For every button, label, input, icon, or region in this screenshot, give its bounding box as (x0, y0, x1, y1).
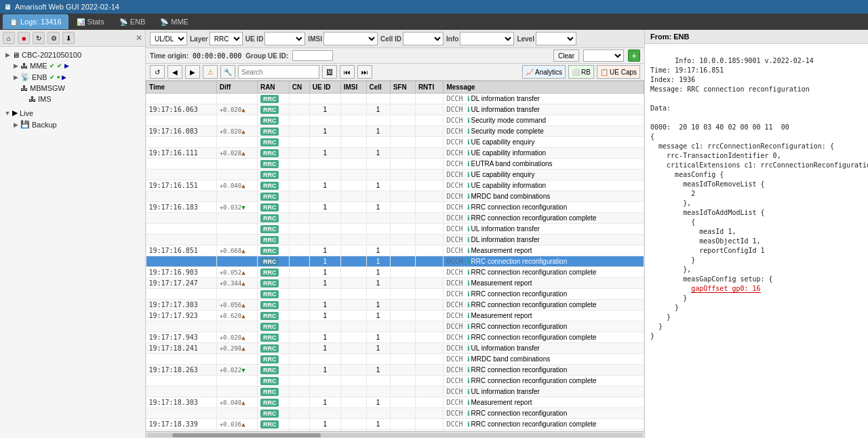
warn-btn[interactable]: ⚠ (203, 65, 218, 79)
table-row[interactable]: RRCDCCH ℹUL information transfer (146, 224, 644, 235)
table-row[interactable]: RRCDCCH ℹMRDC band combinations (146, 354, 644, 365)
sidebar-btn-download[interactable]: ⬇ (62, 32, 75, 44)
clear-dropdown[interactable] (583, 49, 624, 62)
log-table-container[interactable]: Time Diff RAN CN UE ID IMSI Cell SFN RNT… (146, 81, 644, 431)
uecaps-btn[interactable]: 📋 UE Caps (597, 65, 640, 79)
table-row[interactable]: 19:17:18.339+0.036▲RRC11DCCH ℹRRC connec… (146, 419, 644, 430)
cell-message: DCCH ℹRRC connection reconfiguration com… (443, 300, 644, 311)
col-header-ran[interactable]: RAN (257, 81, 289, 94)
table-row[interactable]: 19:17:16.083+0.020▲RRC11DCCH ℹSecurity m… (146, 126, 644, 137)
table-row[interactable]: RRCDCCH ℹUE capability enquiry (146, 170, 644, 180)
tab-mme[interactable]: 📡 MME (153, 14, 195, 29)
table-row[interactable]: 19:17:17.303+0.056▲RRC11DCCH ℹRRC connec… (146, 300, 644, 311)
table-row[interactable]: 19:17:16.151+0.040▲RRC11DCCH ℹUE capabil… (146, 180, 644, 191)
horizontal-scrollbar[interactable] (146, 431, 644, 438)
cell-ueid: 1 (309, 365, 340, 376)
cell-time (146, 191, 217, 202)
table-row[interactable]: RRCDCCH ℹEUTRA band combinations (146, 159, 644, 170)
cell-imsi (340, 104, 366, 115)
next-btn[interactable]: ▶ (185, 65, 200, 79)
sidebar-btn-stop[interactable]: ■ (18, 32, 30, 44)
imsi-select[interactable] (323, 32, 378, 45)
prev-btn[interactable]: ◀ (167, 65, 182, 79)
cell-diff: +0.040▲ (216, 397, 257, 408)
tree-enb[interactable]: ▶ 📡 ENB ✔ ● ▶ (0, 71, 145, 83)
message-text: UL information transfer (471, 344, 540, 352)
table-row[interactable]: RRCDCCH ℹRRC connection reconfiguration (146, 408, 644, 419)
col-header-message[interactable]: Message (443, 81, 644, 94)
table-row[interactable]: 19:17:18.241+0.298▲RRC11DCCH ℹUL informa… (146, 343, 644, 354)
table-row[interactable]: RRC11DCCH ℹRRC connection reconfiguratio… (146, 256, 644, 267)
level-select[interactable] (536, 32, 576, 45)
scroll-track[interactable] (147, 433, 643, 437)
tree-device-root[interactable]: ▶ 🖥 CBC-2021050100 (0, 49, 145, 60)
col-header-cn[interactable]: CN (289, 81, 309, 94)
table-row[interactable]: RRCDCCH ℹRRC connection reconfiguration (146, 289, 644, 300)
group-ue-input[interactable] (292, 50, 333, 61)
tab-logs[interactable]: 📋 Logs: 13416 (3, 14, 68, 29)
cell-cell (366, 170, 390, 180)
tree-backup[interactable]: ▶ 💾 Backup (0, 119, 145, 130)
col-header-cell[interactable]: Cell (366, 81, 390, 94)
sidebar-btn-home[interactable]: ⌂ (3, 32, 15, 44)
table-row[interactable]: RRCDCCH ℹUL information transfer (146, 386, 644, 397)
table-row[interactable]: RRCDCCH ℹRRC connection reconfiguration (146, 321, 644, 332)
col-header-rnti[interactable]: RNTI (415, 81, 443, 94)
col-header-ueid[interactable]: UE ID (309, 81, 340, 94)
sidebar-btn-refresh[interactable]: ↻ (33, 32, 45, 44)
enb-icon: 📡 (119, 18, 127, 26)
filter-btn[interactable]: 🔧 (220, 65, 235, 79)
step-back-btn[interactable]: ⏮ (340, 65, 355, 79)
add-button[interactable]: + (628, 49, 640, 62)
table-row[interactable]: 19:17:16.063+0.020▲RRC11DCCH ℹUL informa… (146, 104, 644, 115)
uldl-select[interactable]: UL/DLULDL (150, 32, 187, 45)
table-row[interactable]: 19:17:18.303+0.040▲RRC11DCCH ℹMeasuremen… (146, 397, 644, 408)
table-row[interactable]: RRCDCCH ℹDL information transfer (146, 235, 644, 245)
cell-ueid: 1 (309, 104, 340, 115)
table-row[interactable]: RRCDCCH ℹUE capability enquiry (146, 137, 644, 148)
analytics-btn[interactable]: 📈 Analytics (522, 65, 566, 79)
tree-live[interactable]: ▼ ▶ Live (0, 107, 145, 119)
table-row[interactable]: 19:17:16.851+0.668▲RRC11DCCH ℹMeasuremen… (146, 245, 644, 256)
cell-sfn (390, 137, 415, 148)
rb-btn[interactable]: ⬜ RB (568, 65, 594, 79)
message-text: RRC connection reconfiguration complete (471, 301, 597, 308)
table-row[interactable]: 19:17:17.943+0.020▲RRC11DCCH ℹRRC connec… (146, 332, 644, 343)
sidebar-close-btn[interactable]: ✕ (136, 33, 142, 43)
col-header-diff[interactable]: Diff (216, 81, 257, 94)
refresh-btn[interactable]: ↺ (150, 65, 165, 79)
tree-ims[interactable]: 🖧 IMS (0, 94, 145, 104)
table-row[interactable]: 19:17:16.903+0.052▲RRC11DCCH ℹRRC connec… (146, 267, 644, 278)
scroll-thumb[interactable] (172, 433, 321, 437)
col-header-time[interactable]: Time (146, 81, 217, 94)
col-header-sfn[interactable]: SFN (390, 81, 415, 94)
cell-sfn (390, 235, 415, 245)
cell-message: DCCH ℹUE capability enquiry (443, 170, 644, 180)
layer-select[interactable]: RRCNASMAC (210, 32, 243, 45)
table-row[interactable]: RRCDCCH ℹRRC connection reconfiguration … (146, 376, 644, 386)
direction-arrow-icon: ▲ (241, 247, 245, 254)
tab-enb[interactable]: 📡 ENB (113, 14, 153, 29)
search-submit-btn[interactable]: 🖼 (322, 65, 337, 79)
clear-button[interactable]: Clear (553, 49, 579, 62)
table-row[interactable]: 19:17:16.111+0.028▲RRC11DCCH ℹUE capabil… (146, 148, 644, 159)
sidebar-btn-config[interactable]: ⚙ (47, 32, 60, 44)
table-row[interactable]: 19:17:17.247+0.344▲RRC11DCCH ℹMeasuremen… (146, 278, 644, 289)
step-fwd-btn[interactable]: ⏭ (357, 65, 372, 79)
table-row[interactable]: 19:17:18.263+0.022▼RRC11DCCH ℹRRC connec… (146, 365, 644, 376)
info-select[interactable] (460, 32, 514, 45)
table-row[interactable]: 19:17:17.923+0.620▲RRC11DCCH ℹMeasuremen… (146, 311, 644, 321)
table-row[interactable]: 19:17:16.183+0.032▼RRC11DCCH ℹRRC connec… (146, 202, 644, 213)
ueid-select[interactable] (264, 32, 305, 45)
table-row[interactable]: RRCDCCH ℹRRC connection reconfiguration … (146, 213, 644, 224)
tree-mbmsgw[interactable]: 🖧 MBMSGW (0, 83, 145, 94)
tab-stats[interactable]: 📊 Stats (70, 14, 111, 29)
cellid-select[interactable] (403, 32, 443, 45)
search-input[interactable] (238, 65, 319, 79)
col-header-imsi[interactable]: IMSI (340, 81, 366, 94)
cell-ran: RRC (257, 321, 289, 332)
table-row[interactable]: RRCDCCH ℹMRDC band combinations (146, 191, 644, 202)
tree-mme[interactable]: ▶ 🖧 MME ✔ ✔ ▶ (0, 60, 145, 71)
table-row[interactable]: RRCDCCH ℹDL information transfer (146, 94, 644, 104)
table-row[interactable]: RRCDCCH ℹSecurity mode command (146, 115, 644, 126)
